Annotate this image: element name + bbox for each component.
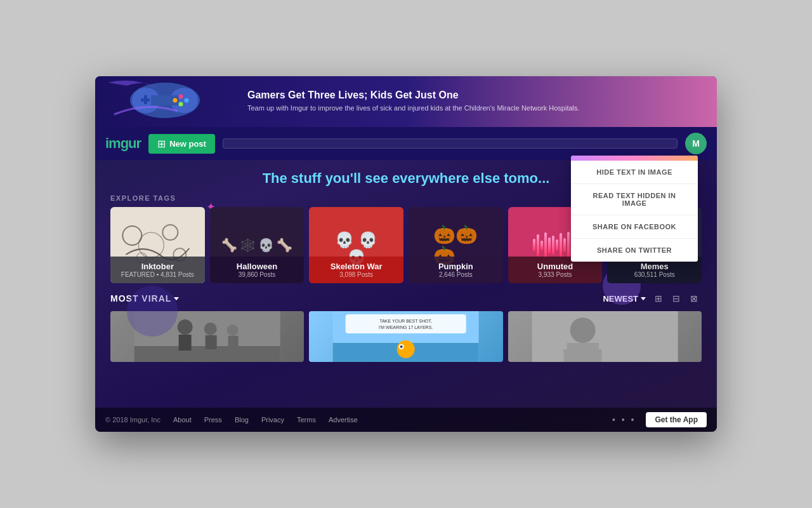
svg-text:TAKE YOUR BEST SHOT,: TAKE YOUR BEST SHOT, [380, 319, 433, 323]
footer-link-blog[interactable]: Blog [235, 416, 249, 424]
footer-links: About Press Blog Privacy Terms Advertise [173, 416, 358, 424]
footer-link-privacy[interactable]: Privacy [261, 416, 284, 424]
svg-point-6 [179, 95, 183, 99]
tag-card-skeleton[interactable]: 💀 💀💀 Skeleton War 3,098 Posts [309, 207, 403, 283]
svg-rect-25 [346, 314, 466, 333]
footer-more-dots[interactable]: • • • [612, 415, 636, 425]
svg-point-28 [397, 340, 415, 358]
pumpkin-name: Pumpkin [414, 262, 498, 271]
share-facebook-button[interactable]: SHARE ON FACEBOOK [571, 215, 698, 239]
context-menu-popup: × HIDE TEXT IN IMAGE READ TEXT HIDDEN IN… [571, 156, 698, 262]
avatar[interactable]: M [685, 133, 707, 154]
svg-rect-34 [566, 343, 598, 362]
skeleton-meta: 3,098 Posts [314, 271, 398, 278]
top-banner: Gamers Get Three Lives; Kids Get Just On… [95, 76, 717, 127]
skeleton-overlay: Skeleton War 3,098 Posts [309, 257, 403, 283]
svg-rect-5 [144, 95, 147, 104]
tag-card-pumpkin[interactable]: 🎃🎃🎃 Pumpkin 2,646 Posts [409, 207, 503, 283]
post-thumbnail-2[interactable]: TAKE YOUR BEST SHOT, I'M WEARING 17 LAYE… [309, 311, 502, 362]
newest-chevron [641, 297, 646, 300]
banner-illustration [108, 76, 235, 127]
copyright: © 2018 Imgur, Inc [105, 416, 160, 424]
inktober-overlay: Inktober FEATURED • 4,831 Posts [110, 257, 205, 283]
halloween-meta: 39,860 Posts [215, 271, 299, 278]
get-app-button[interactable]: Get the App [646, 412, 707, 427]
posts-row: TAKE YOUR BEST SHOT, I'M WEARING 17 LAYE… [110, 311, 702, 362]
svg-rect-22 [228, 336, 239, 349]
svg-rect-20 [206, 335, 217, 349]
view-icon-compact[interactable]: ⊠ [686, 291, 702, 306]
pumpkin-meta: 2,646 Posts [414, 271, 498, 278]
popup-gradient-header [571, 156, 698, 161]
footer-link-about[interactable]: About [173, 416, 192, 424]
pumpkin-overlay: Pumpkin 2,646 Posts [409, 257, 503, 283]
read-text-hidden-button[interactable]: READ TEXT HIDDEN IN IMAGE [571, 184, 698, 215]
banner-subtitle: Team up with Imgur to improve the lives … [247, 104, 704, 113]
page-background: Gamers Get Three Lives; Kids Get Just On… [95, 76, 717, 432]
new-post-label: New post [169, 139, 206, 149]
view-toggle-icons: ⊞ ⊟ ⊠ [651, 291, 702, 306]
unmuted-meta: 3,933 Posts [513, 271, 598, 278]
svg-point-33 [570, 318, 595, 343]
svg-point-7 [185, 98, 189, 103]
tag-card-halloween[interactable]: 🦴🕸️💀🦴 Halloween 39,860 Posts [210, 207, 304, 283]
inktober-meta: FEATURED • 4,831 Posts [115, 271, 200, 278]
banner-text-block: Gamers Get Three Lives; Kids Get Just On… [235, 90, 704, 113]
hide-text-in-image-button[interactable]: HIDE TEXT IN IMAGE [571, 161, 698, 184]
skeleton-name: Skeleton War [314, 262, 398, 271]
halloween-overlay: Halloween 39,860 Posts [210, 257, 304, 283]
browser-window: Gamers Get Three Lives; Kids Get Just On… [95, 76, 717, 432]
banner-title: Gamers Get Three Lives; Kids Get Just On… [247, 90, 704, 101]
inktober-name: Inktober [115, 262, 200, 271]
footer-link-press[interactable]: Press [204, 416, 222, 424]
svg-rect-31 [532, 311, 678, 362]
new-post-button[interactable]: ⊞ New post [148, 134, 215, 154]
svg-point-17 [178, 319, 193, 335]
blob-decoration-2 [127, 286, 178, 337]
footer: © 2018 Imgur, Inc About Press Blog Priva… [95, 408, 717, 432]
view-icon-list[interactable]: ⊞ [651, 291, 666, 306]
svg-point-30 [400, 345, 403, 348]
unmuted-name: Unmuted [513, 262, 598, 271]
svg-point-9 [173, 98, 178, 103]
svg-text:I'M WEARING 17 LAYERS.: I'M WEARING 17 LAYERS. [379, 325, 433, 330]
tag-card-inktober[interactable]: Inktober FEATURED • 4,831 Posts [110, 207, 205, 283]
svg-point-19 [204, 323, 217, 335]
footer-link-advertise[interactable]: Advertise [329, 416, 358, 424]
post-thumbnail-3[interactable] [508, 311, 702, 362]
search-input[interactable] [223, 138, 678, 149]
svg-point-21 [227, 324, 239, 336]
memes-name: Memes [612, 262, 697, 271]
svg-point-11 [138, 232, 164, 258]
footer-link-terms[interactable]: Terms [297, 416, 316, 424]
svg-point-12 [162, 225, 178, 240]
plus-icon: ⊞ [157, 138, 166, 150]
halloween-name: Halloween [215, 262, 299, 271]
memes-meta: 630,511 Posts [612, 271, 697, 278]
svg-rect-18 [179, 335, 192, 351]
view-icon-grid[interactable]: ⊟ [669, 291, 684, 306]
svg-point-8 [179, 102, 183, 107]
imgur-logo[interactable]: imgur [105, 135, 141, 152]
share-twitter-button[interactable]: SHARE ON TWITTER [571, 239, 698, 262]
